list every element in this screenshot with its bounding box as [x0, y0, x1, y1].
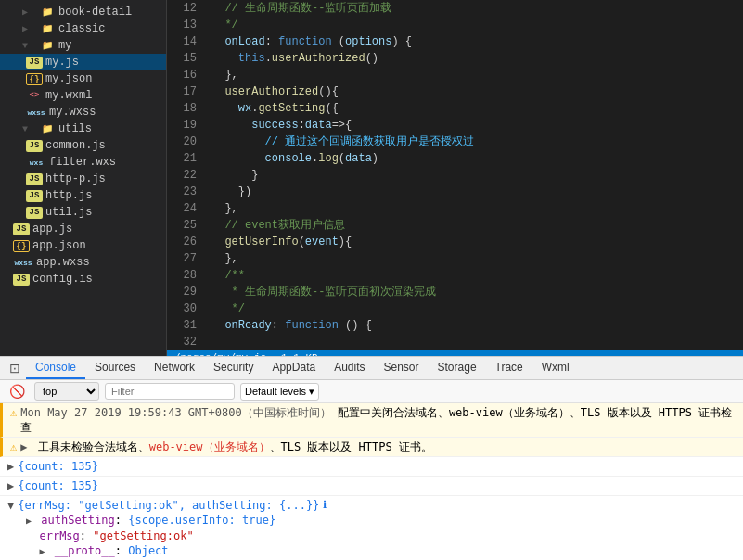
console-msg-timestamp: Mon May 27 2019 19:59:43 GMT+0800（中国标准时间…	[20, 405, 736, 435]
tree-item-util-js[interactable]: JS util.js	[0, 204, 166, 221]
console-msg-link: ▶ 工具未检验合法域名、web-view（业务域名）、TLS 版本以及 HTTP…	[20, 439, 736, 454]
tab-trace[interactable]: Trace	[486, 357, 532, 379]
console-filter-input[interactable]	[105, 383, 235, 400]
obj-prop-proto: ▶ __proto__: Object	[26, 543, 275, 559]
console-clear-btn[interactable]: 🚫	[6, 382, 29, 401]
devtools-panel: ⊡ Console Sources Network Security AppDa…	[0, 356, 743, 560]
obj-prop-authSetting: ▶ authSetting: {scope.userInfo: true}	[26, 513, 275, 528]
expand-authSetting-icon[interactable]: ▶	[26, 514, 32, 528]
devtools-toggle-btn[interactable]: ⊡	[4, 357, 26, 379]
expand-btn-obj1[interactable]: ▶	[7, 459, 14, 474]
obj-info-btn[interactable]: ℹ	[323, 498, 327, 513]
tree-item-common-js[interactable]: JS common.js	[0, 137, 166, 154]
warning-icon-2: ⚠	[10, 439, 17, 454]
line-numbers: 1213141516 1718192021 2223242526 2728293…	[167, 0, 204, 350]
obj-preview-2: {count: 135}	[18, 478, 98, 493]
console-row-obj-1[interactable]: ▶ {count: 135}	[0, 457, 743, 477]
obj-expanded-content: ▶ authSetting: {scope.userInfo: true} er…	[7, 513, 275, 559]
tab-wxml[interactable]: Wxml	[532, 357, 579, 379]
warning-icon: ⚠	[10, 405, 17, 420]
web-view-link[interactable]: web-view（业务域名）	[149, 440, 270, 453]
tab-sensor[interactable]: Sensor	[375, 357, 429, 379]
log-level-select[interactable]: Default levels ▾	[240, 383, 319, 401]
tree-item-utils[interactable]: ▼ 📁 utils	[0, 121, 166, 137]
tab-security[interactable]: Security	[204, 357, 263, 379]
obj-preview-1: {count: 135}	[18, 459, 98, 474]
tab-storage[interactable]: Storage	[429, 357, 486, 379]
tree-item-http-p-js[interactable]: JS http-p.js	[0, 171, 166, 187]
console-row-obj-expanded[interactable]: ▼ {errMsg: "getSetting:ok", authSetting:…	[0, 496, 743, 560]
editor-area: ▶ 📁 book-detail ▶ 📁 classic ▼ 📁 my JS my…	[0, 0, 743, 356]
tree-item-app-js[interactable]: JS app.js	[0, 221, 166, 237]
console-row-warning-link[interactable]: ⚠ ▶ 工具未检验合法域名、web-view（业务域名）、TLS 版本以及 HT…	[0, 438, 743, 457]
tree-item-http-js[interactable]: JS http.js	[0, 187, 166, 204]
console-toolbar: 🚫 top Default levels ▾	[0, 380, 743, 403]
expand-btn-obj3[interactable]: ▼	[7, 498, 14, 513]
tree-item-book-detail[interactable]: ▶ 📁 book-detail	[0, 4, 166, 20]
devtools-tabs: ⊡ Console Sources Network Security AppDa…	[0, 357, 743, 380]
console-row-obj-2[interactable]: ▶ {count: 135}	[0, 477, 743, 496]
tab-audits[interactable]: Audits	[325, 357, 374, 379]
expand-btn-warning[interactable]: ▶	[20, 439, 27, 454]
tab-sources[interactable]: Sources	[85, 357, 145, 379]
console-content: ⚠ Mon May 27 2019 19:59:43 GMT+0800（中国标准…	[0, 403, 743, 560]
expand-proto-icon[interactable]: ▶	[39, 544, 45, 559]
tree-item-my-json[interactable]: {} my.json	[0, 70, 166, 87]
obj-prop-errMsg: errMsg: "getSetting:ok"	[26, 528, 275, 543]
tree-item-classic[interactable]: ▶ 📁 classic	[0, 20, 166, 37]
code-lines: // 生命周期函数--监听页面加载 */ onLoad: function (o…	[204, 0, 743, 350]
tab-network[interactable]: Network	[145, 357, 204, 379]
expand-btn-obj2[interactable]: ▶	[7, 478, 14, 493]
tree-item-filter-wxs[interactable]: wxs filter.wxs	[0, 154, 166, 171]
obj-preview-3: {errMsg: "getSetting:ok", authSetting: {…	[18, 498, 319, 513]
tree-item-my-wxss[interactable]: wxss my.wxss	[0, 104, 166, 121]
code-editor: 1213141516 1718192021 2223242526 2728293…	[167, 0, 743, 356]
tree-item-my-wxml[interactable]: <> my.wxml	[0, 87, 166, 104]
tree-item-app-wxss[interactable]: wxss app.wxss	[0, 254, 166, 271]
tab-console[interactable]: Console	[26, 357, 85, 379]
tree-item-my[interactable]: ▼ 📁 my	[0, 37, 166, 54]
file-tree-sidebar: ▶ 📁 book-detail ▶ 📁 classic ▼ 📁 my JS my…	[0, 0, 167, 356]
tree-item-my-js[interactable]: JS my.js	[0, 54, 166, 70]
tree-item-config-js[interactable]: JS config.is	[0, 271, 166, 287]
tab-appdata[interactable]: AppData	[263, 357, 325, 379]
tree-item-app-json[interactable]: {} app.json	[0, 237, 166, 254]
context-select[interactable]: top	[34, 382, 99, 401]
console-row-warning-timestamp: ⚠ Mon May 27 2019 19:59:43 GMT+0800（中国标准…	[0, 403, 743, 438]
